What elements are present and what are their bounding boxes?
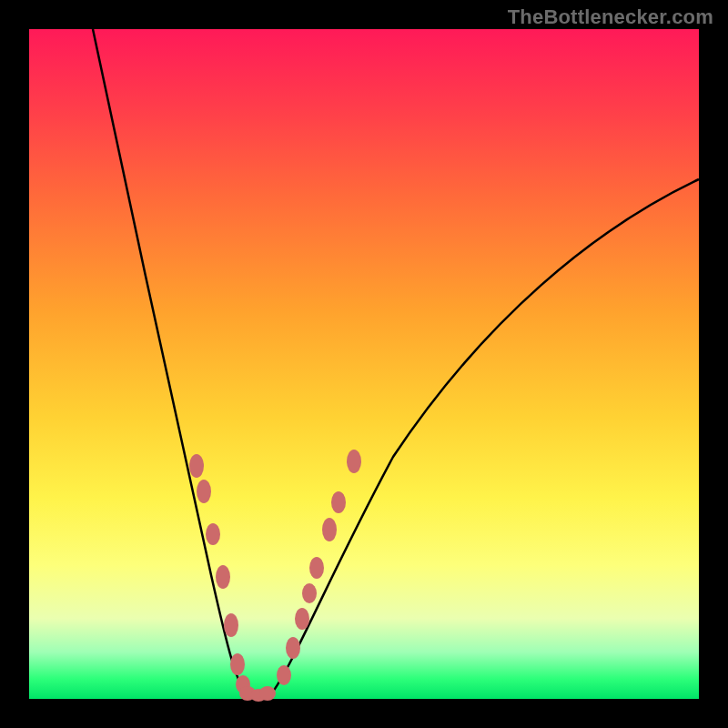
svg-point-14: [309, 557, 324, 579]
watermark-text: TheBottlenecker.com: [508, 5, 713, 29]
svg-point-16: [331, 491, 346, 513]
curve-left-branch: [93, 29, 248, 695]
svg-point-17: [347, 450, 361, 473]
svg-point-0: [189, 454, 204, 478]
svg-point-13: [302, 583, 317, 603]
svg-point-4: [224, 613, 238, 637]
svg-point-15: [322, 518, 337, 541]
svg-point-5: [230, 653, 245, 675]
beads-bottom: [239, 686, 276, 702]
beads-right: [277, 450, 361, 685]
svg-point-12: [295, 608, 309, 630]
curve-right-branch: [270, 179, 699, 695]
svg-point-11: [286, 637, 300, 659]
svg-point-2: [206, 523, 220, 545]
svg-point-10: [277, 665, 291, 685]
svg-point-3: [216, 565, 230, 589]
svg-point-1: [197, 480, 211, 503]
beads-left: [189, 454, 250, 693]
svg-point-9: [259, 686, 276, 701]
bottleneck-curve: [29, 29, 699, 699]
chart-frame: TheBottlenecker.com: [0, 0, 728, 728]
